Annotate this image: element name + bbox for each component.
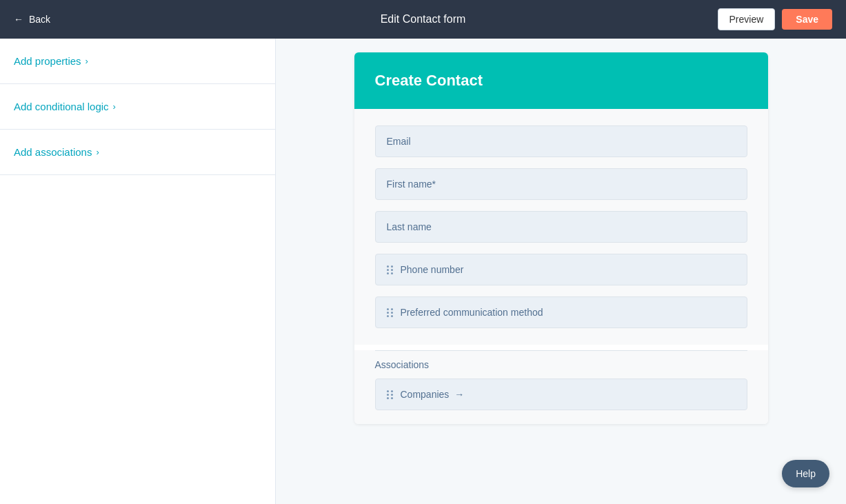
last-name-field[interactable]: Last name: [375, 211, 747, 243]
drag-handle-icon: [387, 308, 394, 317]
drag-handle-icon: [387, 390, 394, 399]
companies-field-label: Companies →: [401, 389, 465, 400]
associations-label: Associations: [375, 356, 747, 370]
last-name-field-label: Last name: [387, 221, 432, 232]
email-field-label: Email: [387, 136, 411, 147]
phone-number-field[interactable]: Phone number: [375, 254, 747, 285]
help-button[interactable]: Help: [782, 460, 829, 487]
phone-number-field-label: Phone number: [401, 264, 464, 275]
add-properties-label: Add properties: [14, 55, 81, 67]
back-button[interactable]: ← Back: [14, 14, 50, 25]
form-card: Create Contact Email First name* Last na…: [354, 52, 768, 424]
sidebar-item-add-associations[interactable]: Add associations ›: [0, 130, 275, 175]
companies-field[interactable]: Companies →: [375, 379, 747, 410]
top-bar: ← Back Edit Contact form Preview Save: [0, 0, 846, 39]
add-associations-label: Add associations: [14, 146, 92, 158]
preferred-communication-field-label: Preferred communication method: [401, 307, 543, 318]
sidebar-item-add-conditional-logic[interactable]: Add conditional logic ›: [0, 84, 275, 130]
add-conditional-logic-label: Add conditional logic: [14, 101, 109, 112]
chevron-right-icon: ›: [85, 56, 88, 66]
form-body: Email First name* Last name: [354, 109, 768, 345]
section-divider: [375, 350, 747, 351]
chevron-right-icon: ›: [113, 101, 116, 112]
back-label: Back: [29, 14, 50, 25]
sidebar: Add properties › Add conditional logic ›…: [0, 39, 276, 504]
sidebar-item-add-properties[interactable]: Add properties ›: [0, 39, 275, 84]
first-name-field-label: First name*: [387, 179, 436, 190]
top-bar-actions: Preview Save: [718, 8, 833, 30]
arrow-right-icon: →: [454, 389, 464, 400]
drag-handle-icon: [387, 265, 394, 274]
page-title: Edit Contact form: [381, 13, 466, 26]
chevron-right-icon: ›: [96, 147, 99, 157]
back-arrow-icon: ←: [14, 14, 23, 25]
first-name-field[interactable]: First name*: [375, 168, 747, 200]
preferred-communication-field[interactable]: Preferred communication method: [375, 296, 747, 328]
email-field[interactable]: Email: [375, 125, 747, 157]
form-header: Create Contact: [354, 52, 768, 109]
main-content: Create Contact Email First name* Last na…: [276, 39, 846, 504]
associations-section: Associations Companies →: [354, 350, 768, 424]
form-header-title: Create Contact: [375, 72, 747, 90]
main-layout: Add properties › Add conditional logic ›…: [0, 39, 846, 504]
save-button[interactable]: Save: [782, 9, 832, 30]
preview-button[interactable]: Preview: [718, 8, 776, 30]
